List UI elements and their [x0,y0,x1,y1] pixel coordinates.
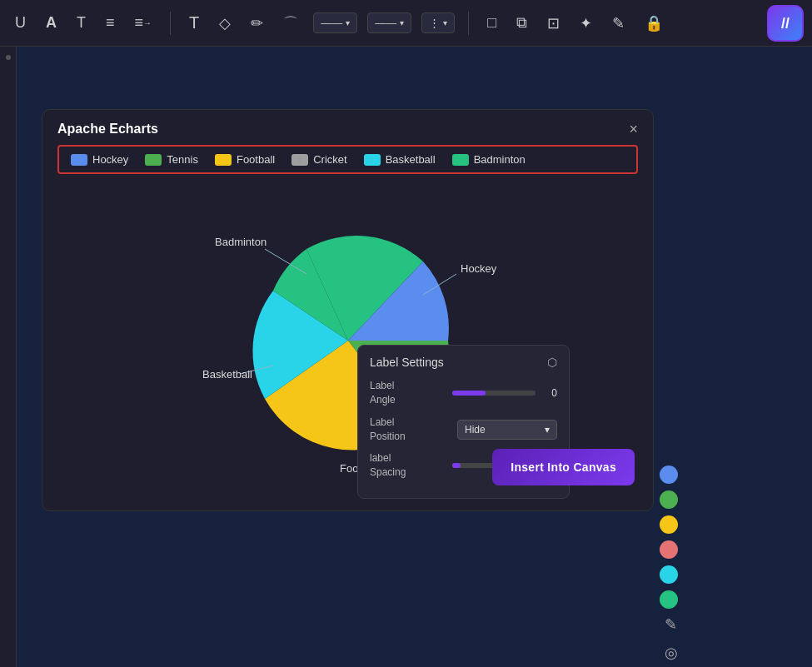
swatch-teal[interactable] [660,590,678,609]
left-sidebar [0,47,17,667]
label-angle-label: LabelAngle [370,379,428,407]
legend-color-badminton [452,154,469,166]
legend-item-football: Football [215,153,275,166]
legend-label-badminton: Badminton [474,153,526,166]
swatch-blue[interactable] [660,465,678,484]
legend-label-football: Football [237,153,275,166]
angle-value: 0 [542,387,557,399]
list-alt-icon[interactable]: ≡→ [130,11,157,35]
chart-legend: Hockey Tennis Football Cricket Basketbal… [57,145,638,174]
legend-item-tennis: Tennis [145,153,198,166]
list-icon[interactable]: ≡ [101,11,120,35]
toolbar-divider-1 [170,12,171,35]
panel-header: Label Settings ⬡ [370,356,557,369]
legend-label-tennis: Tennis [167,153,198,166]
chevron-down-icon: ▾ [545,424,550,436]
modal-title: Apache Echarts [57,122,158,137]
legend-label-basketball: Basketball [386,153,436,166]
edit-icon[interactable]: ✎ [607,11,630,36]
modal-close-button[interactable]: × [629,122,638,137]
draw-icon[interactable]: ✏ [246,11,268,36]
label-spacing-label: labelSpacing [370,451,428,480]
legend-color-football [215,154,232,166]
export-icon[interactable]: ⬡ [547,356,557,369]
label-angle-row: LabelAngle 0 [370,379,557,407]
legend-color-tennis [145,154,162,166]
swatch-yellow[interactable] [660,515,678,534]
angle-slider-fill [452,391,486,396]
legend-color-basketball [364,154,381,166]
text-align-dropdown[interactable]: ⋮▾ [421,12,455,33]
hockey-label: Hockey [461,262,497,275]
text-icon[interactable]: T [72,11,91,35]
insert-into-canvas-button[interactable]: Insert Into Canvas [492,449,635,485]
badminton-label: Badminton [215,236,267,248]
frame-icon[interactable]: □ [482,11,501,35]
bold-icon[interactable]: A [41,11,62,35]
legend-item-hockey: Hockey [71,153,128,166]
label-position-row: LabelPosition Hide ▾ [370,416,557,444]
lock-icon[interactable]: 🔒 [640,11,668,36]
angle-slider-track[interactable] [452,391,536,396]
modal-header: Apache Echarts × [42,110,653,145]
legend-color-cricket [291,154,308,166]
star-icon[interactable]: ✦ [575,11,597,36]
underline-icon[interactable]: U [10,11,31,35]
label-position-label: LabelPosition [370,416,428,444]
chart-area: Hockey Tennis Football Basketball Badmin… [57,182,638,499]
label-position-control: Hide ▾ [428,420,557,440]
canvas-area: Apache Echarts × Hockey Tennis Football … [17,47,812,667]
toolbar-divider-2 [468,12,469,35]
legend-item-basketball: Basketball [364,153,436,166]
color-swatches [660,465,678,609]
apache-echarts-modal: Apache Echarts × Hockey Tennis Football … [42,109,654,511]
legend-item-badminton: Badminton [452,153,526,166]
legend-label-cricket: Cricket [313,153,346,166]
legend-color-hockey [71,154,87,166]
spacing-slider-fill [452,463,461,468]
type-icon[interactable]: T [184,10,204,36]
swatch-cyan[interactable] [660,565,678,584]
sidebar-indicator [6,55,11,60]
legend-label-hockey: Hockey [92,153,128,166]
brand-logo: // [767,5,804,42]
swatch-green[interactable] [660,490,678,509]
shape-icon[interactable]: ◇ [214,11,236,36]
legend-item-cricket: Cricket [291,153,346,166]
swatch-red[interactable] [660,540,678,559]
line-style-dropdown[interactable]: ——▾ [313,12,357,33]
toolbar: U A T ≡ ≡→ T ◇ ✏ ⌒ ——▾ ——▾ ⋮▾ □ ⧉ ⊡ ✦ ✎ … [0,0,812,47]
right-action-icons: ✎ ◎ [665,615,678,662]
label-position-value: Hide [465,424,486,436]
edit-action-icon[interactable]: ✎ [665,615,678,634]
frames-icon[interactable]: ⧉ [511,11,532,35]
label-position-select[interactable]: Hide ▾ [457,420,557,440]
basketball-label: Basketball [202,368,252,381]
label-angle-control: 0 [428,387,557,399]
stroke-style-dropdown[interactable]: ——▾ [367,12,411,33]
path-icon[interactable]: ⌒ [278,10,303,37]
panel-title: Label Settings [370,356,444,369]
eye-action-icon[interactable]: ◎ [665,644,678,662]
align-icon[interactable]: ⊡ [542,11,565,36]
